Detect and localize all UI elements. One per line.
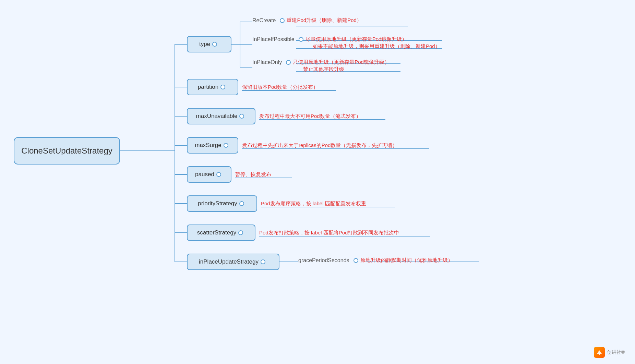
connector-circle-maxunavailable xyxy=(239,114,244,119)
connector-circle-inplaceupdatestrategy xyxy=(261,259,265,264)
node-scatterstrategy: scatterStrategy xyxy=(187,225,255,241)
ann-prioritystrategy: Pod发布顺序策略，按 label 匹配配置发布权重 xyxy=(261,201,366,207)
node-inplaceupdatestrategy: inPlaceUpdateStrategy xyxy=(187,254,279,270)
node-paused: paused xyxy=(187,166,231,183)
ann-inplaceifpossible-1: 尽量使用原地升级（更新存量Pod镜像升级） xyxy=(305,36,407,43)
watermark-icon xyxy=(594,347,605,358)
connector-circle-type xyxy=(212,42,217,47)
connector-circle-paused xyxy=(216,172,221,177)
ann-maxunavailable: 发布过程中最大不可用Pod数量（流式发布） xyxy=(259,113,361,120)
conn-inplaceifpossible xyxy=(299,37,303,42)
graceperiodseconds-label: gracePeriodSeconds xyxy=(298,257,349,264)
watermark: 创讲社® xyxy=(594,347,625,358)
ann-inplaceonly-1: 只使用原地升级（更新存量Pod镜像升级） xyxy=(293,59,390,65)
ann-inplaceonly-2: 禁止其他字段升级 xyxy=(303,66,344,72)
svg-point-28 xyxy=(599,353,600,355)
ann-partition: 保留旧版本Pod数量（分批发布） xyxy=(242,84,318,90)
node-maxunavailable: maxUnavailable xyxy=(187,108,255,124)
ann-paused: 暂停、恢复发布 xyxy=(235,171,271,178)
conn-inplaceonly xyxy=(286,60,291,65)
ann-maxsurge: 发布过程中先扩出来大于replicas的Pod数量（无损发布，先扩再缩） xyxy=(242,142,397,149)
node-prioritystrategy: priorityStrategy xyxy=(187,195,257,212)
connector-circle-scatterstrategy xyxy=(238,230,243,235)
leaf-inplaceifpossible: InPlaceIfPossible 尽量使用原地升级（更新存量Pod镜像升级） … xyxy=(252,36,440,50)
leaf-graceperiodseconds: gracePeriodSeconds 原地升级的静默期时间（优雅原地升级） xyxy=(298,257,453,264)
connector-circle-partition xyxy=(220,85,225,89)
ann-graceperiodseconds: 原地升级的静默期时间（优雅原地升级） xyxy=(360,257,453,264)
conn-recreate xyxy=(280,18,285,23)
root-node: CloneSetUpdateStrategy xyxy=(14,137,120,165)
ann-inplaceifpossible-2: 如果不能原地升级，则采用重建升级（删除、新建Pod） xyxy=(313,43,440,49)
node-type: type xyxy=(187,36,231,52)
connector-circle-prioritystrategy xyxy=(239,201,244,206)
node-maxsurge: maxSurge xyxy=(187,137,238,154)
leaf-inplaceonly: InPlaceOnly 只使用原地升级（更新存量Pod镜像升级） 禁止其他字段升… xyxy=(252,59,390,73)
node-partition: partition xyxy=(187,79,238,95)
watermark-text: 创讲社® xyxy=(607,349,625,355)
leaf-recreate: ReCreate 重建Pod升级（删除、新建Pod） xyxy=(252,17,362,24)
ann-scatterstrategy: Pod发布打散策略，按 label 匹配将Pod打散到不同发布批次中 xyxy=(259,230,399,236)
conn-graceperiodseconds xyxy=(354,258,358,263)
ann-recreate: 重建Pod升级（删除、新建Pod） xyxy=(287,17,361,24)
connector-circle-maxsurge xyxy=(224,143,228,148)
